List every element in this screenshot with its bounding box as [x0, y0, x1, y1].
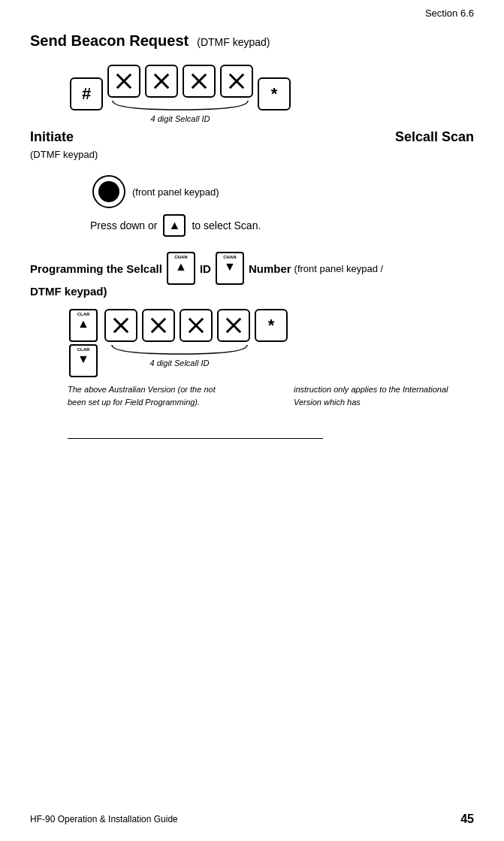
clar-keys-col: CLAR ▲ CLAR ▼ [68, 309, 99, 377]
clar-down-key: CLAR ▼ [69, 344, 98, 377]
lower-x-keys [102, 309, 252, 342]
prog-part1: Programming the Selcall [30, 262, 162, 275]
oval-key [92, 175, 125, 208]
lower-x-key-3 [180, 309, 213, 342]
lower-keys-area: CLAR ▲ CLAR ▼ [68, 309, 474, 377]
footer-guide: HF-90 Operation & Installation Guide [30, 814, 178, 824]
up-arrow-key: ▲ [163, 214, 186, 237]
chan-up-arrow: ▲ [175, 260, 187, 274]
lower-x-key-1 [104, 309, 137, 342]
dtmf-note: (DTMF keypad) [30, 149, 474, 160]
oval-key-row: (front panel keypad) [90, 175, 474, 208]
underbrace-svg [109, 99, 252, 113]
lower-brace-label: 4 digit Selcall ID [150, 358, 210, 368]
lower-keys-row: CLAR ▲ CLAR ▼ [68, 309, 474, 377]
clar-up-label: CLAR [77, 312, 90, 316]
clar-down-label: CLAR [77, 347, 90, 352]
lower-star-key: * [255, 309, 288, 342]
lower-note-left: The above Australian Version (or the not… [68, 383, 233, 408]
chan-up-key: CHAN ▲ [167, 252, 195, 285]
x-key-4 [220, 65, 253, 98]
prog-dtmf-line: DTMF keypad) [30, 285, 474, 298]
underbrace: 4 digit Selcall ID [109, 99, 252, 123]
x-key-3 [183, 65, 216, 98]
brace-label: 4 digit Selcall ID [151, 114, 210, 123]
oval-key-inner [98, 181, 119, 202]
lower-note-left-text: The above Australian Version (or the not… [68, 385, 216, 407]
dtmf-note-text: (DTMF keypad) [30, 149, 98, 160]
clar-up-key: CLAR ▲ [69, 309, 98, 342]
lower-underbrace: 4 digit Selcall ID [108, 343, 251, 368]
press-down-text-part2: to select Scan. [192, 219, 261, 231]
x-key-2 [145, 65, 178, 98]
page-container: Section 6.6 Send Beacon Request (DTMF ke… [0, 0, 504, 841]
keys-row-1: # [68, 65, 474, 123]
oval-key-area: (front panel keypad) [90, 175, 474, 208]
chan-down-key: CHAN ▼ [216, 252, 244, 285]
section-label: Section 6.6 [425, 8, 474, 19]
lower-x-star-row: * [102, 309, 290, 342]
footer: HF-90 Operation & Installation Guide 45 [30, 812, 474, 826]
keypad-diagram: # [68, 65, 474, 123]
chan-down-arrow: ▼ [224, 260, 236, 274]
programming-title-row: Programming the Selcall CHAN ▲ ID CHAN ▼… [30, 252, 474, 285]
lower-note-right-text: instruction only applies to the Internat… [294, 385, 448, 407]
up-arrow-icon: ▲ [169, 219, 181, 232]
press-down-row: Press down or ▲ to select Scan. [90, 214, 474, 237]
selcall-scan-label: Selcall Scan [395, 129, 474, 145]
press-down-text-part1: Press down or [90, 219, 157, 231]
prog-dtmf-text: DTMF keypad) [30, 285, 107, 298]
front-panel-note: (front panel keypad) [132, 186, 219, 198]
prog-part3: Number [249, 262, 291, 275]
star-key: * [258, 77, 291, 110]
section-header: Section 6.6 [30, 8, 474, 19]
prog-part2: ID [200, 262, 211, 275]
initiate-label: Initiate [30, 129, 74, 145]
divider-line [68, 438, 323, 439]
hash-key: # [70, 77, 103, 110]
programming-section: Programming the Selcall CHAN ▲ ID CHAN ▼… [30, 252, 474, 298]
title-subtitle: (DTMF keypad) [197, 36, 270, 48]
title-text: Send Beacon Request [30, 32, 189, 49]
lower-notes: The above Australian Version (or the not… [68, 383, 466, 408]
prog-part4: (front panel keypad / [294, 263, 384, 274]
x-keys-group: 4 digit Selcall ID [105, 65, 255, 123]
lower-x-star-group: * 4 digit Selcall ID [102, 309, 290, 368]
clar-up-arrow: ▲ [77, 317, 89, 331]
x-key-1 [107, 65, 140, 98]
main-title: Send Beacon Request (DTMF keypad) [30, 32, 474, 50]
lower-note-right: instruction only applies to the Internat… [294, 383, 466, 408]
chan-label: CHAN [174, 255, 187, 259]
chan-down-label: CHAN [223, 255, 236, 259]
initiate-selcall-row: Initiate Selcall Scan [30, 129, 474, 145]
footer-page: 45 [460, 812, 474, 826]
lower-x-key-4 [217, 309, 250, 342]
x-keys-row [105, 65, 255, 98]
clar-down-arrow: ▼ [77, 352, 89, 366]
lower-underbrace-svg [108, 343, 251, 357]
lower-x-key-2 [142, 309, 175, 342]
